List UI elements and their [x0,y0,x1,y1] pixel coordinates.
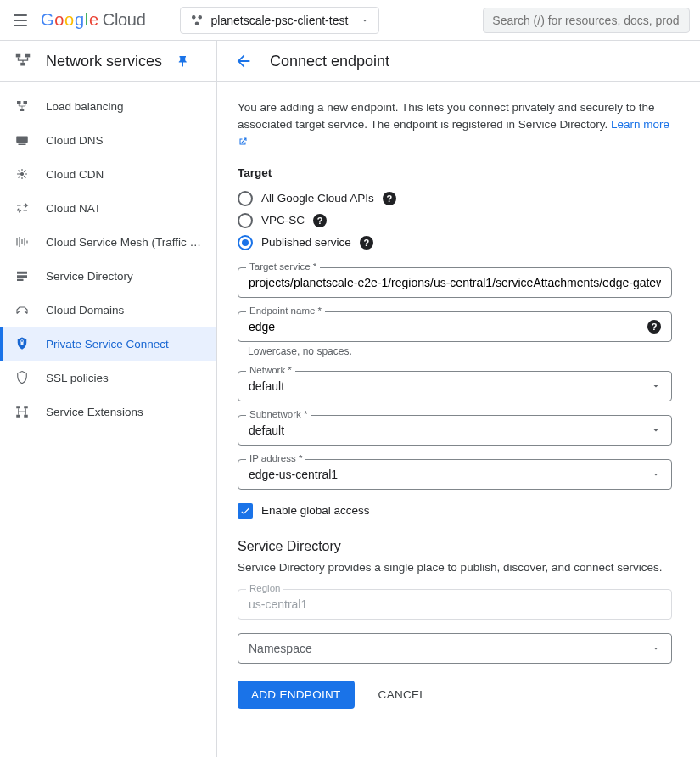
subnetwork-field: Subnetwork * default [238,415,672,446]
nav-service-mesh[interactable]: Cloud Service Mesh (Traffic … [0,225,216,259]
target-heading: Target [238,166,672,179]
nav-service-extensions[interactable]: Service Extensions [0,395,216,429]
ip-address-select[interactable]: edge-us-central1 [238,459,672,490]
svg-rect-7 [24,101,28,104]
ssl-icon [14,369,31,386]
topbar: Google Cloud planetscale-psc-client-test [0,0,700,41]
svg-rect-17 [16,406,20,408]
svg-rect-14 [17,279,24,281]
project-name: planetscale-psc-client-test [211,14,349,27]
namespace-select[interactable]: Namespace [238,633,672,664]
endpoint-name-field: Endpoint name * ? Lowercase, no spaces. [238,311,672,357]
target-service-field: Target service * [238,267,672,298]
svg-rect-13 [17,275,27,278]
button-row: ADD ENDPOINT CANCEL [238,681,672,709]
sidebar: Network services Load balancing Cloud DN… [0,41,217,757]
svg-rect-18 [24,406,28,408]
network-services-icon [14,52,32,70]
external-link-icon [238,137,248,147]
svg-rect-5 [20,63,25,66]
radio-icon [238,213,253,228]
caret-down-icon [651,469,661,479]
project-icon [189,13,204,28]
endpoint-name-helper: Lowercase, no spaces. [238,345,672,357]
svg-rect-20 [24,415,28,418]
add-endpoint-button[interactable]: ADD ENDPOINT [238,681,355,709]
svg-point-11 [21,173,24,176]
main-content: Connect endpoint You are adding a new en… [217,41,700,757]
nav-cloud-domains[interactable]: Cloud Domains [0,293,216,327]
svg-rect-4 [25,54,31,58]
radio-vpc-sc[interactable]: VPC-SC? [238,210,672,232]
service-ext-icon [14,403,31,420]
network-select[interactable]: default [238,371,672,401]
search-box[interactable] [483,8,690,33]
endpoint-name-input[interactable] [249,320,641,334]
help-icon[interactable]: ? [647,320,661,334]
help-icon[interactable]: ? [360,236,373,250]
cloud-dns-icon [14,132,31,149]
sidebar-title: Network services [46,53,162,70]
menu-icon[interactable] [10,10,31,31]
network-field: Network * default [238,371,672,401]
region-field: Region us-central1 [238,589,672,620]
nav-load-balancing[interactable]: Load balancing [0,89,216,123]
google-cloud-logo[interactable]: Google Cloud [41,10,146,30]
svg-rect-8 [20,109,25,111]
radio-icon [238,191,253,206]
svg-rect-12 [17,272,27,274]
service-directory-desc: Service Directory provides a single plac… [238,561,672,574]
caret-down-icon [651,425,661,435]
nav-cloud-nat[interactable]: Cloud NAT [0,191,216,225]
radio-icon [238,235,253,250]
cloud-domains-icon [14,301,31,318]
cloud-nat-icon [14,199,31,216]
ip-address-field: IP address * edge-us-central1 [238,459,672,490]
nav-ssl-policies[interactable]: SSL policies [0,361,216,395]
service-directory-title: Service Directory [238,539,672,554]
cancel-button[interactable]: CANCEL [378,688,427,701]
target-radiogroup: All Google Cloud APIs? VPC-SC? Published… [238,188,672,254]
svg-point-2 [194,21,199,25]
help-icon[interactable]: ? [313,214,327,227]
svg-rect-6 [17,101,21,104]
checkbox-icon [238,503,253,519]
nav-list: Load balancing Cloud DNS Cloud CDN Cloud… [0,82,216,435]
caret-down-icon [651,643,661,653]
page-title: Connect endpoint [270,53,389,70]
main-header: Connect endpoint [217,41,700,82]
target-service-input[interactable] [249,276,661,289]
svg-rect-10 [19,144,26,146]
help-icon[interactable]: ? [383,192,396,205]
radio-all-apis[interactable]: All Google Cloud APIs? [238,188,672,210]
global-access-checkbox[interactable]: Enable global access [238,503,672,519]
radio-published-service[interactable]: Published service? [238,232,672,254]
cloud-cdn-icon [14,165,31,182]
namespace-field: Namespace [238,633,672,664]
pin-icon[interactable] [176,53,191,69]
svg-point-0 [192,15,196,20]
service-mesh-icon [14,233,31,250]
region-input: us-central1 [238,589,672,620]
back-arrow-icon[interactable] [234,52,253,70]
caret-down-icon [360,15,370,25]
svg-rect-19 [16,415,20,418]
search-input[interactable] [492,14,680,27]
svg-point-1 [198,15,202,20]
svg-rect-9 [16,137,28,143]
nav-cloud-cdn[interactable]: Cloud CDN [0,157,216,191]
service-directory-icon [14,267,31,284]
page-description: You are adding a new endpoint. This lets… [238,99,672,149]
psc-icon [14,335,31,352]
nav-private-service-connect[interactable]: Private Service Connect [0,327,216,361]
caret-down-icon [651,381,661,391]
load-balancing-icon [14,98,31,115]
svg-rect-3 [16,54,21,58]
project-picker[interactable]: planetscale-psc-client-test [180,7,380,34]
sidebar-header: Network services [0,41,216,82]
nav-service-directory[interactable]: Service Directory [0,259,216,293]
subnetwork-select[interactable]: default [238,415,672,446]
nav-cloud-dns[interactable]: Cloud DNS [0,123,216,157]
